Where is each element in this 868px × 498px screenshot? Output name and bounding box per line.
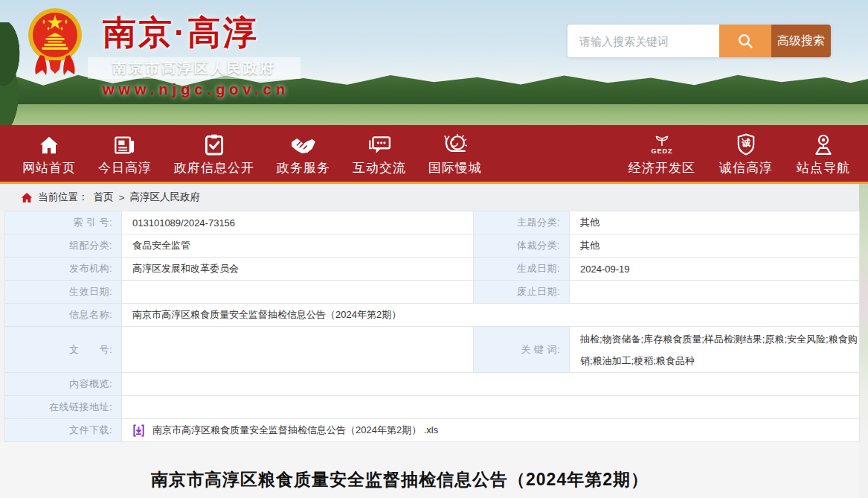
doc-number-value (122, 327, 474, 373)
file-download-cell: 南京市高淳区粮食质量安全监督抽检信息公告（2024年第2期） .xls (122, 419, 860, 442)
summary-label: 内容概览: (5, 373, 122, 396)
breadcrumb-home-link[interactable]: 首页 (94, 191, 114, 204)
doc-number-label: 文 号: (5, 327, 122, 373)
fields-photo (0, 104, 868, 125)
chat-bubble-icon (367, 132, 391, 156)
home-icon (38, 132, 60, 156)
search-button[interactable] (719, 25, 771, 57)
breadcrumb-separator: > (119, 192, 125, 203)
effective-date-label: 生效日期: (5, 281, 122, 304)
site-url: www.njgc.gov.cn (103, 81, 318, 98)
nav-item-site-map[interactable]: 站点导航 (797, 130, 850, 176)
online-link-label: 在线链接地址: (5, 396, 122, 419)
nav-item-interaction[interactable]: 互动交流 (353, 130, 406, 176)
publisher-label: 发布机构: (5, 258, 122, 281)
clipboard-check-icon (205, 132, 224, 156)
site-logo[interactable]: 南京·高淳 南京市高淳区人民政府 www.njgc.gov.cn (27, 3, 318, 98)
left-trees-photo (0, 22, 28, 125)
site-title: 南京·高淳 (103, 10, 318, 55)
keywords-label: 关 键 词: (474, 327, 570, 373)
search-bar: 高级搜索 (568, 25, 831, 57)
map-pin-icon (812, 132, 835, 156)
nav-item-economic-zone[interactable]: GEDZ 经济开发区 (629, 130, 695, 176)
group-category-label: 组配分类: (5, 234, 122, 258)
content-area: 当前位置： 首页 > 高淳区人民政府 索 引 号: 013101089/2024… (0, 184, 868, 498)
abolish-date-value (570, 281, 860, 304)
genre-category-label: 体裁分类: (474, 234, 570, 258)
breadcrumb: 当前位置： 首页 > 高淳区人民政府 (0, 184, 859, 211)
file-download-label: 文件下载: (5, 419, 122, 442)
info-disclosure-table: 索 引 号: 013101089/2024-73156 主题分类: 其他 组配分… (4, 211, 859, 442)
nav-item-slow-city[interactable]: 国际慢城 (428, 130, 482, 176)
info-name-value: 南京市高淳区粮食质量安全监督抽检信息公告（2024年第2期） (122, 304, 860, 327)
create-date-label: 生成日期: (474, 258, 570, 281)
site-banner: 南京·高淳 南京市高淳区人民政府 www.njgc.gov.cn 高级搜索 (0, 0, 868, 125)
page: 南京·高淳 南京市高淳区人民政府 www.njgc.gov.cn 高级搜索 (0, 0, 868, 498)
gedz-icon: GEDZ (651, 132, 672, 156)
theme-category-label: 主题分类: (474, 211, 570, 234)
effective-date-value (122, 281, 474, 304)
nav-item-today[interactable]: 今日高淳 (98, 130, 152, 176)
summary-value (122, 373, 860, 396)
index-number-label: 索 引 号: (5, 211, 122, 234)
breadcrumb-current[interactable]: 高淳区人民政府 (129, 191, 200, 204)
abolish-date-label: 废止日期: (474, 281, 570, 304)
download-file-link[interactable]: 南京市高淳区粮食质量安全监督抽检信息公告（2024年第2期） .xls (132, 424, 438, 437)
document-title: 南京市高淳区粮食质量安全监督抽检信息公告（2024年第2期） (0, 442, 859, 491)
nav-group-right: GEDZ 经济开发区 诚 诚信高淳 (629, 130, 850, 176)
keywords-value: 抽检;物资储备;库存粮食质量;样品检测结果;原粮;安全风险;粮食购销;粮油加工;… (570, 327, 860, 373)
search-input[interactable] (568, 25, 719, 57)
nav-item-integrity[interactable]: 诚 诚信高淳 (719, 130, 773, 176)
site-subtitle-strip: 南京市高淳区人民政府 (88, 57, 300, 79)
nav-group-left: 网站首页 今日高淳 (22, 130, 482, 176)
site-identity: 南京·高淳 南京市高淳区人民政府 www.njgc.gov.cn (103, 3, 318, 98)
integrity-shield-icon: 诚 (736, 132, 756, 156)
online-link-value (122, 396, 860, 419)
document-section: 南京市高淳区粮食质量安全监督抽检信息公告（2024年第2期） (0, 442, 859, 498)
theme-category-value: 其他 (570, 211, 860, 234)
nav-item-services[interactable]: 政务服务 (277, 130, 330, 176)
background-photo-strip (859, 184, 868, 441)
nav-item-home[interactable]: 网站首页 (22, 130, 76, 176)
download-icon (132, 424, 145, 437)
search-icon (736, 32, 754, 50)
advanced-search-button[interactable]: 高级搜索 (771, 25, 831, 57)
handshake-icon (290, 132, 317, 156)
download-file-name: 南京市高淳区粮食质量安全监督抽检信息公告（2024年第2期） .xls (152, 424, 438, 437)
breadcrumb-prefix: 当前位置： (38, 191, 89, 204)
site-subtitle: 南京市高淳区人民政府 (112, 59, 276, 78)
publisher-value: 高淳区发展和改革委员会 (122, 258, 474, 281)
genre-category-value: 其他 (570, 234, 860, 258)
nav-item-info-disclosure[interactable]: 政府信息公开 (174, 130, 254, 176)
info-name-label: 信息名称: (5, 304, 122, 327)
create-date-value: 2024-09-19 (570, 258, 860, 281)
breadcrumb-home-icon (21, 192, 33, 203)
national-emblem-icon (27, 3, 83, 77)
main-navigation: 网站首页 今日高淳 (0, 125, 868, 184)
snail-icon (442, 132, 469, 156)
news-icon (114, 132, 136, 156)
group-category-value: 食品安全监管 (122, 234, 474, 258)
index-number-value: 013101089/2024-73156 (122, 211, 474, 234)
